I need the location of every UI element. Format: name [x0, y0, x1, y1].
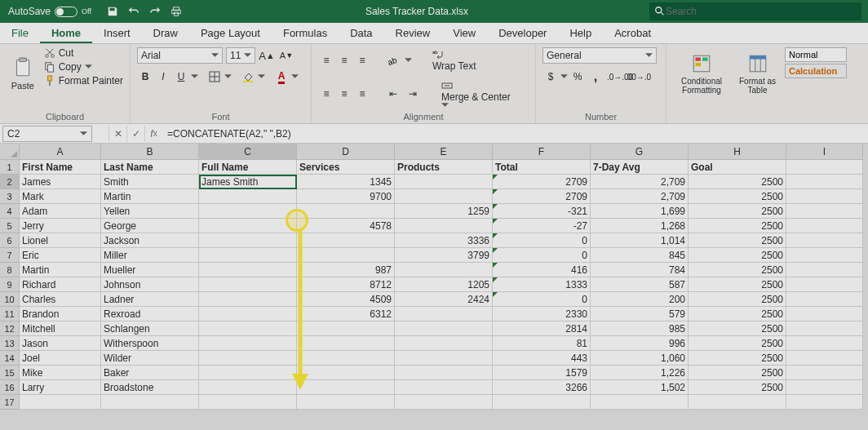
select-all-corner[interactable]: [0, 144, 20, 160]
row-header-6[interactable]: 6: [0, 233, 20, 248]
column-header-E[interactable]: E: [395, 144, 493, 160]
decrease-indent-button[interactable]: ⇤: [385, 86, 401, 102]
column-header-C[interactable]: C: [199, 144, 297, 160]
cell-D7[interactable]: [297, 248, 395, 263]
tab-insert[interactable]: Insert: [92, 23, 142, 43]
borders-button[interactable]: [206, 69, 223, 85]
row-header-8[interactable]: 8: [0, 263, 20, 277]
tab-data[interactable]: Data: [339, 23, 383, 43]
cell-I5[interactable]: [786, 219, 863, 233]
column-header-A[interactable]: A: [20, 144, 101, 160]
save-icon[interactable]: [104, 3, 121, 20]
cell-G16[interactable]: 1,502: [591, 380, 689, 395]
cell-C7[interactable]: [199, 248, 297, 263]
cell-I1[interactable]: [786, 160, 863, 175]
search-input[interactable]: [666, 6, 857, 17]
cell-G14[interactable]: 1,060: [591, 351, 689, 366]
row-header-15[interactable]: 15: [0, 366, 20, 380]
cell-H16[interactable]: 2500: [689, 380, 786, 395]
cell-E7[interactable]: 3799: [395, 248, 493, 263]
cell-D5[interactable]: 4578: [297, 219, 395, 233]
cell-A4[interactable]: Adam: [20, 204, 101, 219]
cell-H2[interactable]: 2500: [689, 175, 786, 189]
cell-G12[interactable]: 985: [591, 321, 689, 336]
cell-G13[interactable]: 996: [591, 336, 689, 351]
cell-B5[interactable]: George: [101, 219, 199, 233]
row-header-3[interactable]: 3: [0, 189, 20, 204]
column-header-F[interactable]: F: [493, 144, 591, 160]
cell-B3[interactable]: Martin: [101, 189, 199, 204]
cell-G8[interactable]: 784: [591, 263, 689, 277]
cell-B7[interactable]: Miller: [101, 248, 199, 263]
cell-E2[interactable]: [395, 175, 493, 189]
cell-A14[interactable]: Joel: [20, 351, 101, 366]
cell-A1[interactable]: First Name: [20, 160, 101, 175]
tab-review[interactable]: Review: [384, 23, 442, 43]
cell-D15[interactable]: [297, 366, 395, 380]
cell-G4[interactable]: 1,699: [591, 204, 689, 219]
cell-C10[interactable]: [199, 292, 297, 307]
row-header-13[interactable]: 13: [0, 336, 20, 351]
cell-A11[interactable]: Brandon: [20, 307, 101, 321]
cell-H15[interactable]: 2500: [689, 366, 786, 380]
column-header-D[interactable]: D: [297, 144, 395, 160]
column-header-B[interactable]: B: [101, 144, 199, 160]
number-format-combo[interactable]: General: [542, 47, 657, 64]
tab-draw[interactable]: Draw: [142, 23, 189, 43]
conditional-formatting-button[interactable]: Conditional Formatting: [673, 47, 730, 100]
cell-A15[interactable]: Mike: [20, 366, 101, 380]
cell-C14[interactable]: [199, 351, 297, 366]
cell-C1[interactable]: Full Name: [199, 160, 297, 175]
cell-G2[interactable]: 2,709: [591, 175, 689, 189]
align-bottom-button[interactable]: ≡: [354, 52, 370, 69]
row-header-1[interactable]: 1: [0, 160, 20, 175]
cell-F11[interactable]: 2330: [493, 307, 591, 321]
cell-I9[interactable]: [786, 277, 863, 292]
cell-C3[interactable]: [199, 189, 297, 204]
cell-B12[interactable]: Schlangen: [101, 321, 199, 336]
cell-D9[interactable]: 8712: [297, 277, 395, 292]
cell-H5[interactable]: 2500: [689, 219, 786, 233]
cell-I8[interactable]: [786, 263, 863, 277]
column-header-I[interactable]: I: [786, 144, 863, 160]
cell-H7[interactable]: 2500: [689, 248, 786, 263]
enter-entry-button[interactable]: ✓: [126, 126, 144, 142]
paste-button[interactable]: Paste: [7, 47, 39, 100]
cell-D12[interactable]: [297, 321, 395, 336]
cell-G11[interactable]: 579: [591, 307, 689, 321]
cell-A17[interactable]: [20, 395, 101, 410]
cell-F6[interactable]: 0: [493, 233, 591, 248]
cell-B9[interactable]: Johnson: [101, 277, 199, 292]
cell-D3[interactable]: 9700: [297, 189, 395, 204]
cell-E1[interactable]: Products: [395, 160, 493, 175]
cell-E16[interactable]: [395, 380, 493, 395]
cell-F2[interactable]: 2709: [493, 175, 591, 189]
cancel-entry-button[interactable]: ✕: [108, 126, 126, 142]
cell-D17[interactable]: [297, 395, 395, 410]
cell-I10[interactable]: [786, 292, 863, 307]
decrease-decimal-button[interactable]: .00→.0: [630, 69, 646, 85]
cut-button[interactable]: Cut: [44, 47, 123, 59]
cell-H13[interactable]: 2500: [689, 336, 786, 351]
cell-C13[interactable]: [199, 336, 297, 351]
cell-H6[interactable]: 2500: [689, 233, 786, 248]
cell-I12[interactable]: [786, 321, 863, 336]
cell-C12[interactable]: [199, 321, 297, 336]
cell-B11[interactable]: Rexroad: [101, 307, 199, 321]
redo-icon[interactable]: [147, 3, 163, 20]
tab-developer[interactable]: Developer: [487, 23, 558, 43]
cell-A16[interactable]: Larry: [20, 380, 101, 395]
cell-I3[interactable]: [786, 189, 863, 204]
cell-D11[interactable]: 6312: [297, 307, 395, 321]
cell-G5[interactable]: 1,268: [591, 219, 689, 233]
cell-G6[interactable]: 1,014: [591, 233, 689, 248]
cell-E3[interactable]: [395, 189, 493, 204]
cell-F12[interactable]: 2814: [493, 321, 591, 336]
cell-E14[interactable]: [395, 351, 493, 366]
cell-D16[interactable]: [297, 380, 395, 395]
tab-help[interactable]: Help: [558, 23, 603, 43]
cell-D8[interactable]: 987: [297, 263, 395, 277]
cell-I7[interactable]: [786, 248, 863, 263]
column-header-H[interactable]: H: [689, 144, 786, 160]
tab-view[interactable]: View: [441, 23, 487, 43]
